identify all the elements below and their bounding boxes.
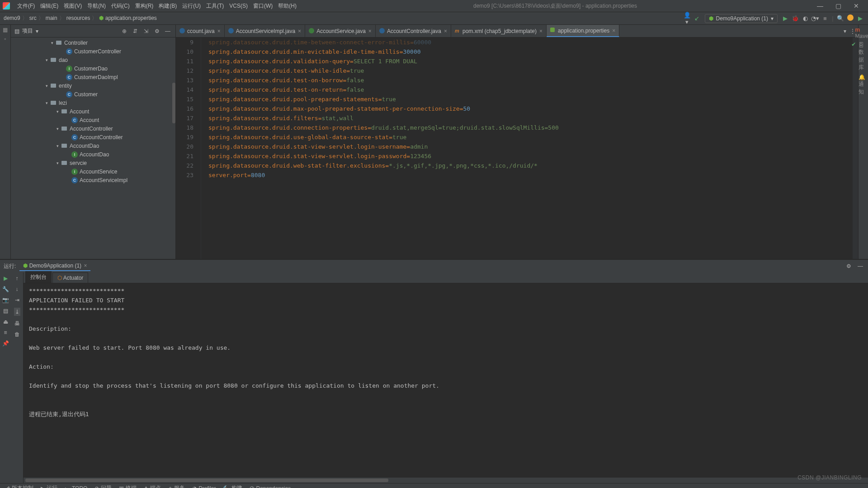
menu-vcs[interactable]: VCS(S) <box>226 1 250 10</box>
expand-all-icon[interactable]: ⇵ <box>131 28 139 34</box>
database-tool[interactable]: 🗄 数据库 <box>859 42 868 71</box>
gear-icon[interactable]: ⚙ <box>153 28 161 34</box>
gear-icon[interactable]: ⚙ <box>844 263 853 269</box>
close-tab-icon[interactable]: × <box>217 28 221 34</box>
menu-window[interactable]: 窗口(W) <box>250 1 275 11</box>
actuator-tab[interactable]: ⬡ Actuator <box>52 272 88 283</box>
tree-item[interactable]: CCustomerDaoImpl <box>11 73 175 81</box>
menu-edit[interactable]: 编辑(E) <box>38 1 61 11</box>
tool-endpoints[interactable]: ⋔ 端点 <box>144 484 161 488</box>
tool-deps[interactable]: ⌬ Dependencies <box>250 485 291 488</box>
tree-arrow-icon[interactable]: ▾ <box>54 127 61 131</box>
tree-arrow-icon[interactable]: ▾ <box>43 58 50 62</box>
close-tab-icon[interactable]: × <box>612 28 615 34</box>
tree-arrow-icon[interactable]: ▾ <box>54 109 61 114</box>
menu-refactor[interactable]: 重构(R) <box>132 1 156 11</box>
profile-button[interactable]: ◔▾ <box>810 15 820 22</box>
search-icon[interactable]: 🔍 <box>835 15 845 22</box>
user-icon[interactable]: 👤▾ <box>682 12 692 25</box>
scroll-end-icon[interactable]: ⤓ <box>14 308 20 316</box>
breadcrumb-item[interactable]: resources <box>66 15 90 21</box>
rerun-button[interactable]: ▶ <box>4 275 8 282</box>
stop-button[interactable]: ■ <box>820 15 830 22</box>
tree-arrow-icon[interactable]: ▾ <box>43 101 50 105</box>
scrollbar[interactable] <box>172 83 175 123</box>
menu-file[interactable]: 文件(F) <box>14 1 38 11</box>
tree-item[interactable]: ▾ Controller <box>11 38 175 47</box>
editor-tab[interactable]: AccountController.java× <box>376 25 451 37</box>
editor-tab[interactable]: mpom.xml (chap5_jdbctemplate)× <box>451 25 547 37</box>
code-editor[interactable]: spring.datasource.druid.time-between-con… <box>201 38 853 259</box>
pin-icon[interactable]: 📌 <box>2 340 9 347</box>
breadcrumb-item[interactable]: demo9 <box>4 15 20 21</box>
project-tool-icon[interactable]: ▦ <box>3 27 8 33</box>
vcs-update-icon[interactable]: ↙ <box>692 15 702 22</box>
more-icon[interactable]: ⋮ <box>850 28 855 34</box>
run-active-config[interactable]: ⬢ Demo9Application (1) × <box>19 261 90 271</box>
tree-item[interactable]: ▾ servcie <box>11 159 175 167</box>
menu-help[interactable]: 帮助(H) <box>275 1 299 11</box>
menu-build[interactable]: 构建(B) <box>156 1 179 11</box>
tool-build[interactable]: 🔨 构建 <box>223 484 242 488</box>
wrench-icon[interactable]: 🔧 <box>2 286 9 292</box>
editor-tab[interactable]: AccountServiceImpl.java× <box>225 25 305 37</box>
stack-icon[interactable]: ≡ <box>4 329 7 336</box>
close-tab-icon[interactable]: × <box>444 28 447 34</box>
tree-item[interactable]: ▾ AccountController <box>11 124 175 133</box>
tool-services[interactable]: ◈ 服务 <box>168 484 185 488</box>
tool-problems[interactable]: ⊘ 问题 <box>94 484 112 488</box>
tree-item[interactable]: CCustomer <box>11 90 175 99</box>
console-tab[interactable]: 控制台 <box>25 271 52 283</box>
tree-item[interactable]: CAccount <box>11 116 175 124</box>
tree-item[interactable]: ▾ Account <box>11 107 175 116</box>
chevron-down-icon[interactable]: ▾ <box>36 28 38 34</box>
camera-icon[interactable]: 📷 <box>2 297 9 303</box>
tree-arrow-icon[interactable]: ▾ <box>54 161 61 165</box>
tree-arrow-icon[interactable]: ▾ <box>43 84 50 88</box>
notifications-tool[interactable]: 🔔 通知 <box>859 74 868 96</box>
tool-todo[interactable]: ≔ TODO <box>65 485 87 488</box>
project-tree[interactable]: ▾ Controller CCustomerController ▾ dao I… <box>11 38 175 259</box>
menu-nav[interactable]: 导航(N) <box>85 1 108 11</box>
close-tab-icon[interactable]: × <box>298 28 301 34</box>
settings-icon[interactable] <box>845 14 855 22</box>
up-icon[interactable]: ↑ <box>16 275 19 282</box>
close-button[interactable]: ✕ <box>847 2 865 9</box>
down-icon[interactable]: ↓ <box>16 286 19 292</box>
breadcrumb-item[interactable]: ⬢ application.properties <box>99 15 156 21</box>
coverage-button[interactable]: ◐ <box>800 15 810 22</box>
tree-item[interactable]: IAccountDao <box>11 150 175 159</box>
close-tab-icon[interactable]: × <box>539 28 542 34</box>
editor-tab[interactable]: application.properties× <box>547 25 619 37</box>
run-button[interactable]: ▶ <box>780 15 790 22</box>
menu-code[interactable]: 代码(C) <box>108 1 132 11</box>
commit-tool-icon[interactable]: ▫ <box>4 36 6 42</box>
chevron-down-icon[interactable]: ▾ <box>844 28 846 34</box>
hide-run-icon[interactable]: — <box>856 263 864 269</box>
wrap-icon[interactable]: ⇥ <box>15 297 19 303</box>
minimize-button[interactable]: — <box>811 2 829 9</box>
hide-panel-icon[interactable]: — <box>164 28 172 34</box>
run-anything-icon[interactable]: ▶ <box>855 15 865 22</box>
close-tab-icon[interactable]: × <box>368 28 372 34</box>
tree-item[interactable]: ▾ dao <box>11 56 175 64</box>
tree-item[interactable]: ICustomerDao <box>11 64 175 73</box>
select-opened-icon[interactable]: ⊕ <box>120 28 128 34</box>
project-view-icon[interactable]: ▤ <box>14 28 19 34</box>
tree-item[interactable]: CAccountController <box>11 133 175 141</box>
layout-icon[interactable]: ▤ <box>3 308 8 314</box>
clear-icon[interactable]: 🗑 <box>14 331 20 338</box>
menu-tools[interactable]: 工具(T) <box>203 1 226 11</box>
tree-item[interactable]: IAccountService <box>11 167 175 176</box>
tree-item[interactable]: ▾ entity <box>11 81 175 90</box>
run-config-selector[interactable]: ⬢ Demo9Application (1) ▾ <box>705 14 778 23</box>
tool-run[interactable]: ▶ 运行 <box>41 484 57 488</box>
tree-arrow-icon[interactable]: ▾ <box>49 41 55 45</box>
tree-arrow-icon[interactable]: ▾ <box>54 144 61 148</box>
editor-tab[interactable]: ccount.java× <box>176 25 225 37</box>
tool-terminal[interactable]: ▣ 终端 <box>119 484 137 488</box>
horizontal-scrollbar[interactable] <box>24 478 868 483</box>
collapse-all-icon[interactable]: ⇲ <box>142 28 150 34</box>
tree-item[interactable]: CCustomerController <box>11 47 175 56</box>
tool-vcs[interactable]: ⎇ 版本控制 <box>4 484 33 488</box>
